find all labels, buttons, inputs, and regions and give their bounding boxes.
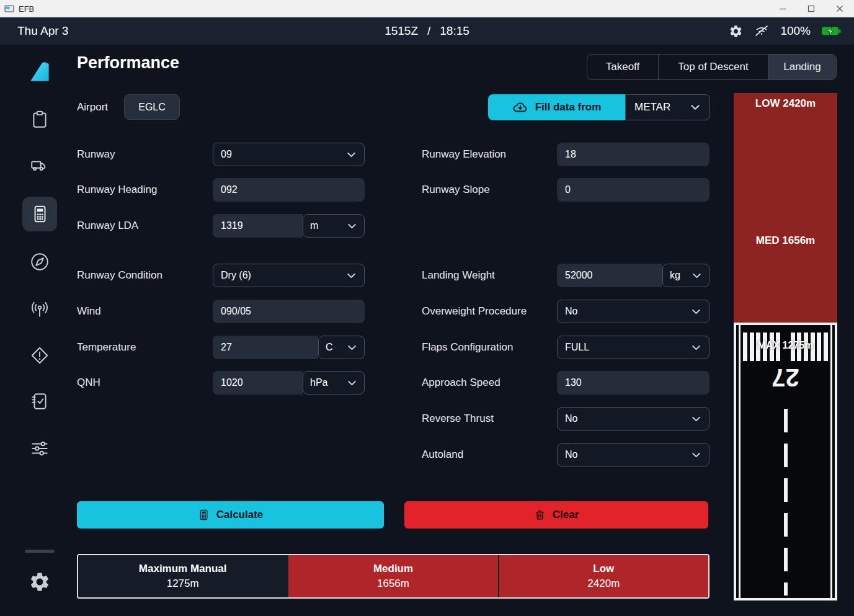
flaps-configuration-value: FULL — [565, 342, 589, 353]
tab-takeoff[interactable]: Takeoff — [587, 55, 658, 79]
runway-value: 09 — [221, 149, 232, 160]
calculator-icon — [29, 203, 50, 225]
runway-condition-select[interactable]: Dry (6) — [213, 264, 365, 287]
qnh-unit-select[interactable]: hPa — [303, 371, 365, 395]
close-button[interactable] — [825, 0, 854, 17]
wind-input[interactable] — [213, 300, 365, 323]
temperature-input[interactable] — [213, 336, 318, 359]
sidebar-item-navigation[interactable] — [29, 251, 51, 273]
utc-time: 1515Z — [385, 17, 418, 45]
flaps-configuration-label: Flaps Configuration — [422, 336, 513, 359]
minimize-button[interactable] — [768, 0, 797, 17]
chevron-down-icon — [346, 270, 357, 281]
battery-charging-icon — [821, 25, 842, 37]
gear-icon — [29, 571, 51, 593]
calculate-button[interactable]: Calculate — [77, 501, 384, 529]
approach-speed-input[interactable] — [557, 371, 709, 395]
landing-weight-unit-select[interactable]: kg — [662, 264, 709, 287]
temperature-unit-select[interactable]: C — [318, 336, 365, 359]
result-medium: Medium 1656m — [287, 555, 497, 597]
wind-label: Wind — [77, 300, 101, 323]
runway-lda-input[interactable] — [213, 214, 303, 238]
reverse-thrust-select[interactable]: No — [557, 407, 709, 431]
overweight-procedure-label: Overweight Procedure — [422, 300, 527, 323]
hazard-icon — [29, 345, 50, 366]
qnh-unit: hPa — [310, 377, 327, 388]
temperature-field: C — [213, 336, 365, 359]
chevron-down-icon — [690, 102, 701, 113]
runway-slope-input[interactable] — [557, 178, 709, 202]
local-time: 18:15 — [440, 17, 469, 45]
chevron-down-icon — [691, 450, 701, 460]
wifi-off-icon — [754, 24, 770, 38]
overweight-procedure-select[interactable]: No — [557, 300, 709, 323]
chevron-down-icon — [691, 342, 701, 353]
sidebar-item-checklist[interactable] — [29, 390, 51, 413]
trash-icon — [534, 509, 546, 521]
clear-button[interactable]: Clear — [404, 501, 708, 529]
sidebar-divider — [25, 550, 55, 553]
status-icons: 100% — [729, 17, 842, 45]
overweight-procedure-value: No — [565, 306, 577, 317]
landing-weight-label: Landing Weight — [422, 264, 495, 287]
fill-data-button[interactable]: Fill data from — [488, 94, 625, 120]
fill-source-select[interactable]: METAR — [625, 94, 710, 120]
runway-select[interactable]: 09 — [213, 143, 365, 166]
calculator-icon — [198, 509, 210, 521]
airport-code-button[interactable]: EGLC — [124, 94, 180, 120]
sidebar-item-hazards[interactable] — [29, 344, 51, 367]
approach-speed-label: Approach Speed — [422, 371, 500, 395]
antenna-icon — [29, 299, 50, 320]
tab-top-of-descent[interactable]: Top of Descent — [658, 55, 768, 79]
sidebar-item-ground-ops[interactable] — [29, 154, 51, 177]
qnh-field: hPa — [213, 371, 365, 395]
reverse-thrust-label: Reverse Thrust — [422, 407, 494, 431]
clipboard-icon — [29, 109, 50, 130]
result-low: Low 2420m — [498, 555, 708, 597]
sidebar-item-radio[interactable] — [29, 298, 51, 321]
sidebar-item-performance[interactable] — [22, 197, 57, 231]
battery-percent: 100% — [780, 24, 811, 38]
page-title: Performance — [77, 53, 179, 73]
maximize-button[interactable] — [797, 0, 825, 17]
brand-logo[interactable] — [27, 59, 53, 85]
qnh-label: QNH — [77, 371, 100, 395]
truck-icon — [29, 155, 51, 176]
autoland-select[interactable]: No — [557, 443, 709, 466]
chevron-down-icon — [691, 414, 701, 424]
result-label: Medium — [373, 563, 413, 575]
runway-number: 27 — [736, 364, 835, 391]
clock-separator: / — [427, 17, 430, 45]
runway-elevation-label: Runway Elevation — [422, 143, 506, 166]
sidebar-item-settings-sliders[interactable] — [29, 437, 51, 460]
overrun-med-label: MED 1656m — [734, 234, 837, 247]
landing-weight-field: kg — [557, 264, 709, 287]
results-bar: Maximum Manual 1275m Medium 1656m Low 24… — [77, 554, 709, 599]
overrun-low-label: LOW 2420m — [734, 97, 837, 110]
checklist-icon — [29, 391, 50, 412]
window-title: EFB — [19, 4, 34, 14]
sidebar-item-settings[interactable] — [29, 571, 51, 593]
runway-slope-label: Runway Slope — [422, 178, 490, 202]
temperature-label: Temperature — [77, 336, 136, 359]
chevron-down-icon — [347, 378, 357, 388]
chevron-down-icon — [692, 270, 702, 281]
sidebar-item-flightplan[interactable] — [29, 108, 51, 130]
runway-heading-input[interactable] — [213, 178, 365, 202]
runway-lda-unit: m — [310, 220, 318, 231]
result-label: Maximum Manual — [139, 563, 227, 575]
qnh-input[interactable] — [213, 371, 303, 395]
runway-elevation-input[interactable] — [557, 143, 709, 166]
app-icon — [4, 4, 14, 13]
runway-lda-unit-select[interactable]: m — [303, 214, 365, 238]
status-bar: Thu Apr 3 1515Z / 18:15 100% — [0, 17, 854, 45]
landing-weight-input[interactable] — [557, 264, 662, 287]
tab-landing[interactable]: Landing — [768, 55, 836, 79]
reverse-thrust-value: No — [565, 413, 577, 424]
runway-diagram: MAX 1275m 27 — [734, 323, 837, 600]
result-value: 1656m — [377, 578, 409, 590]
flaps-configuration-select[interactable]: FULL — [557, 336, 709, 359]
window-controls — [768, 0, 854, 17]
settings-icon[interactable] — [729, 24, 743, 38]
airport-label: Airport — [77, 94, 108, 120]
